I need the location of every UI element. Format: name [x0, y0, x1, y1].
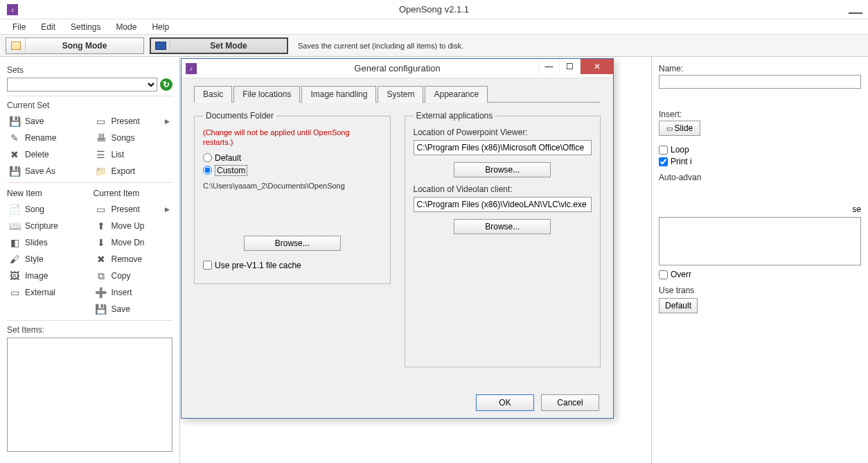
remove-icon: ✖ — [95, 253, 107, 265]
app-icon: ♪ — [7, 4, 18, 15]
external-icon: ▭ — [8, 286, 21, 299]
ppt-label: Location of Powerpoint Viewer: — [414, 128, 592, 137]
ci-copy[interactable]: ⧉Copy — [94, 268, 173, 284]
dialog-close-button[interactable]: ✕ — [580, 59, 613, 74]
sets-dropdown[interactable] — [7, 78, 157, 91]
new-song[interactable]: 📄Song — [7, 201, 87, 218]
dialog-icon: ♪ — [186, 63, 197, 74]
song-mode-button[interactable]: Song Mode — [6, 37, 144, 54]
style-icon: 🖌 — [8, 253, 21, 265]
custom-radio[interactable] — [203, 166, 212, 175]
menubar: File Edit Settings Mode Help — [0, 19, 868, 35]
menu-help[interactable]: Help — [145, 20, 176, 34]
slide-button[interactable]: ▭ Slide — [659, 121, 700, 136]
cancel-button[interactable]: Cancel — [541, 394, 599, 411]
ppt-browse-button[interactable]: Browse... — [454, 162, 551, 177]
sidebar-item-list[interactable]: ☰List — [94, 146, 173, 163]
cache-checkbox[interactable] — [203, 261, 212, 270]
new-style[interactable]: 🖌Style — [7, 251, 87, 268]
ci-remove[interactable]: ✖Remove — [94, 251, 173, 268]
vlc-label: Location of Videolan client: — [414, 184, 592, 194]
chevron-right-icon: ▶ — [165, 206, 172, 213]
menu-settings[interactable]: Settings — [64, 20, 107, 34]
tab-appearance[interactable]: Appearance — [425, 86, 488, 103]
vlc-browse-button[interactable]: Browse... — [454, 219, 551, 234]
set-mode-button[interactable]: Set Mode — [150, 37, 288, 54]
set-items-label: Set Items: — [7, 325, 172, 335]
set-items-list[interactable] — [7, 338, 172, 452]
ppt-path-input[interactable] — [414, 140, 592, 155]
sidebar-item-save[interactable]: 💾Save — [7, 113, 87, 130]
songs-icon: 🖶 — [95, 132, 107, 144]
sidebar-item-saveas[interactable]: 💾Save As — [7, 163, 87, 180]
delete-icon: ✖ — [8, 148, 21, 161]
present-icon: ▭ — [95, 115, 107, 128]
sidebar-item-delete[interactable]: ✖Delete — [7, 146, 87, 163]
menu-edit[interactable]: Edit — [34, 20, 62, 34]
docs-browse-button[interactable]: Browse... — [244, 236, 341, 251]
sets-label: Sets — [7, 65, 172, 75]
insert-label: Insert: — [659, 110, 861, 119]
general-config-dialog: ♪ General configuration — ☐ ✕ Basic File… — [181, 58, 614, 419]
sidebar-item-export[interactable]: 📁Export — [94, 163, 173, 180]
sidebar-item-songs[interactable]: 🖶Songs — [94, 130, 173, 146]
new-slides[interactable]: ◧Slides — [7, 234, 87, 251]
sidebar-item-present[interactable]: ▭Present▶ — [94, 113, 173, 130]
tab-system[interactable]: System — [378, 86, 423, 103]
ok-button[interactable]: OK — [476, 394, 534, 411]
refresh-icon[interactable]: ↻ — [160, 78, 172, 91]
default-radio[interactable] — [203, 153, 212, 162]
save-icon: 💾 — [95, 303, 107, 315]
ext-legend: External applications — [414, 111, 496, 121]
overr-checkbox[interactable] — [659, 270, 668, 279]
save-icon: 💾 — [8, 115, 21, 128]
print-checkbox[interactable] — [659, 157, 668, 166]
scripture-icon: 📖 — [8, 220, 21, 232]
name-input[interactable] — [659, 75, 861, 89]
properties-panel: Name: Insert: ▭ Slide Loop Print i Auto-… — [651, 57, 868, 463]
movedn-icon: ⬇ — [95, 236, 107, 249]
se-label: se — [659, 204, 861, 214]
set-mode-label: Set Mode — [170, 41, 287, 51]
listbox[interactable] — [659, 217, 861, 265]
new-external[interactable]: ▭External — [7, 284, 87, 301]
ci-movedn[interactable]: ⬇Move Dn — [94, 234, 173, 251]
default-button[interactable]: Default — [659, 298, 698, 313]
list-icon: ☰ — [95, 148, 107, 161]
toolbar-hint: Saves the current set (including all ite… — [298, 42, 463, 50]
song-mode-icon — [6, 38, 26, 53]
new-image[interactable]: 🖼Image — [7, 268, 87, 284]
ci-save[interactable]: 💾Save — [94, 301, 173, 317]
tab-image-handling[interactable]: Image handling — [301, 86, 376, 103]
current-set-label: Current Set — [7, 101, 172, 110]
menu-file[interactable]: File — [6, 20, 33, 34]
dialog-tabs: Basic File locations Image handling Syst… — [194, 85, 601, 103]
docs-legend: Documents Folder — [203, 111, 276, 121]
song-mode-label: Song Mode — [26, 41, 143, 51]
usetrans-label: Use trans — [659, 286, 861, 295]
ci-insert[interactable]: ➕Insert — [94, 284, 173, 301]
export-icon: 📁 — [95, 165, 107, 177]
loop-checkbox[interactable] — [659, 146, 668, 155]
dialog-titlebar[interactable]: ♪ General configuration — ☐ ✕ — [181, 59, 613, 78]
current-item-label: Current Item — [94, 189, 173, 198]
dialog-minimize-button[interactable]: — — [538, 59, 559, 74]
present-icon: ▭ — [95, 203, 107, 216]
tab-basic[interactable]: Basic — [194, 86, 232, 103]
documents-folder-group: Documents Folder (Change will not be app… — [194, 111, 391, 284]
image-icon: 🖼 — [8, 270, 21, 282]
rename-icon: ✎ — [8, 132, 21, 144]
vlc-path-input[interactable] — [414, 197, 592, 212]
main-titlebar: ♪ OpenSong v2.1.1 — [0, 0, 868, 19]
menu-mode[interactable]: Mode — [109, 20, 143, 34]
sidebar-item-rename[interactable]: ✎Rename — [7, 130, 87, 146]
ci-moveup[interactable]: ⬆Move Up — [94, 218, 173, 234]
dialog-maximize-button[interactable]: ☐ — [559, 59, 580, 74]
autoadv-label: Auto-advan — [659, 173, 861, 182]
toolbar: Song Mode Set Mode Saves the current set… — [0, 35, 868, 57]
new-scripture[interactable]: 📖Scripture — [7, 218, 87, 234]
tab-file-locations[interactable]: File locations — [233, 86, 300, 103]
ci-present[interactable]: ▭Present▶ — [94, 201, 173, 218]
external-apps-group: External applications Location of Powerp… — [405, 111, 601, 367]
minimize-indicator[interactable] — [849, 3, 862, 14]
